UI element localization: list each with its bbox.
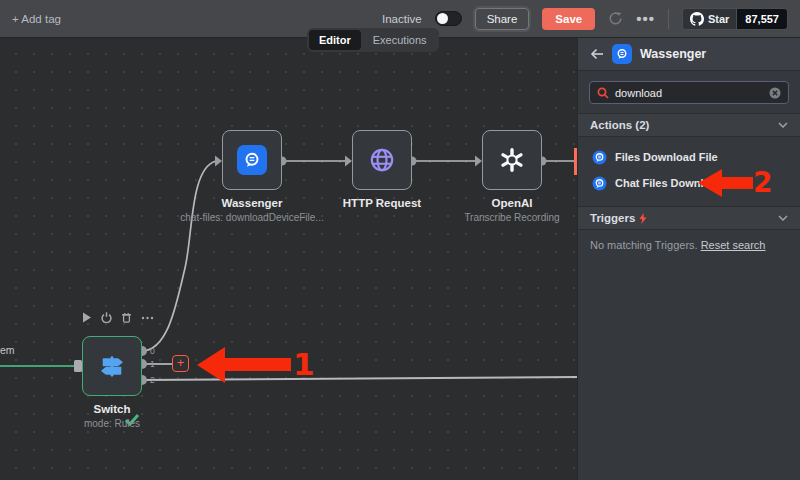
actions-list: Files Download File Chat Files Download … — [578, 137, 800, 206]
workflow-status-label: Inactive — [382, 13, 422, 25]
node-subtitle-openai: Transcribe Recording — [437, 212, 577, 223]
search-area — [578, 71, 800, 113]
node-label-openai: OpenAI — [442, 197, 577, 209]
edge-partial-label: em — [0, 344, 15, 356]
toggle-knob — [437, 13, 448, 24]
add-connection-button[interactable]: + — [172, 355, 189, 372]
lightning-icon — [639, 213, 647, 224]
search-input[interactable] — [615, 87, 763, 99]
action-item-label: Chat Files Download File — [615, 177, 745, 189]
star-count: 87,557 — [736, 9, 787, 29]
github-star-widget[interactable]: Star 87,557 — [682, 8, 788, 30]
openai-icon — [498, 146, 526, 174]
node-openai[interactable] — [482, 130, 542, 190]
node-toolbar — [82, 312, 154, 323]
node-search-panel: Wassenger Actions (2) — [577, 38, 800, 480]
node-more-options-icon[interactable] — [141, 316, 154, 320]
back-icon[interactable] — [590, 48, 604, 60]
tab-editor[interactable]: Editor — [309, 30, 361, 50]
workflow-canvas[interactable]: em Wassenger chat-files: downloadDeviceF… — [0, 38, 577, 480]
panel-header: Wassenger — [578, 38, 800, 71]
node-label-wassenger: Wassenger — [182, 197, 322, 209]
actions-section-label: Actions (2) — [590, 119, 649, 131]
node-subtitle-wassenger: chat-files: downloadDeviceFile... — [177, 212, 327, 223]
chevron-down-icon — [778, 215, 788, 221]
output-label-2: 2 — [150, 375, 155, 385]
save-button[interactable]: Save — [542, 8, 595, 30]
connection-wires — [0, 38, 577, 480]
no-triggers-text: No matching Triggers. — [590, 239, 698, 251]
star-label: Star — [708, 13, 729, 25]
triggers-empty-state: No matching Triggers. Reset search — [578, 230, 800, 260]
clear-search-icon[interactable] — [769, 87, 781, 99]
header-actions: Inactive Share Save ••• Star 87,557 — [382, 8, 788, 30]
reset-search-link[interactable]: Reset search — [701, 239, 766, 251]
action-item-label: Files Download File — [615, 151, 718, 163]
activate-toggle[interactable] — [435, 11, 462, 26]
github-icon — [690, 12, 704, 26]
execute-node-icon[interactable] — [82, 312, 92, 323]
switch-icon — [97, 351, 127, 381]
node-label-http: HTTP Request — [312, 197, 452, 209]
tab-executions[interactable]: Executions — [363, 30, 437, 50]
header-divider — [668, 9, 669, 29]
share-button[interactable]: Share — [475, 8, 530, 30]
output-label-0: 0 — [150, 346, 155, 356]
search-icon — [597, 87, 609, 99]
action-item-chat-files-download[interactable]: Chat Files Download File — [578, 170, 800, 196]
view-tabs: Editor Executions — [307, 28, 439, 52]
delete-node-icon[interactable] — [121, 312, 132, 323]
panel-title: Wassenger — [640, 47, 706, 61]
node-subtitle-switch: mode: Rules — [37, 418, 187, 429]
chevron-down-icon — [778, 122, 788, 128]
add-tag-button[interactable]: + Add tag — [12, 13, 61, 25]
history-icon[interactable] — [608, 11, 623, 26]
more-options-icon[interactable]: ••• — [636, 10, 655, 27]
section-actions[interactable]: Actions (2) — [578, 113, 800, 137]
output-label-1: 1 — [150, 359, 155, 369]
globe-icon — [367, 145, 397, 175]
wassenger-item-icon — [592, 150, 607, 165]
triggers-section-label: Triggers — [590, 212, 635, 224]
action-item-files-download[interactable]: Files Download File — [578, 144, 800, 170]
github-star-button[interactable]: Star — [683, 9, 736, 29]
history-icon-glyph — [608, 11, 623, 26]
wassenger-logo-icon — [612, 44, 632, 64]
wassenger-item-icon — [592, 176, 607, 191]
disable-node-icon[interactable] — [101, 312, 112, 323]
section-triggers[interactable]: Triggers — [578, 206, 800, 230]
node-label-switch: Switch — [42, 403, 182, 415]
node-http-request[interactable] — [352, 130, 412, 190]
wassenger-icon — [237, 145, 267, 175]
node-switch[interactable] — [82, 336, 142, 396]
search-box[interactable] — [589, 81, 789, 104]
node-wassenger[interactable] — [222, 130, 282, 190]
